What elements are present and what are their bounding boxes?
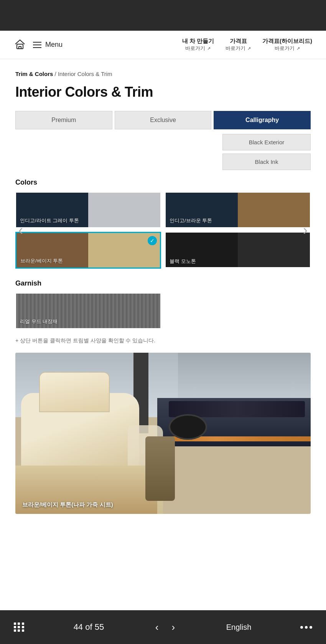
tab-premium[interactable]: Premium (15, 111, 112, 129)
swatch-label-3: 블랙 모노톤 (170, 258, 196, 265)
bottom-nav-arrows: ‹ › (153, 619, 177, 636)
more-options-button[interactable] (300, 626, 312, 629)
page-number: 44 of 55 (74, 622, 104, 632)
garnish-label: Garnish (15, 279, 311, 287)
prev-page-button[interactable]: ‹ (153, 619, 161, 636)
trim-tabs: Premium Exclusive Calligraphy (15, 111, 311, 129)
breadcrumb-part2: Interior Colors & Trim (58, 71, 112, 77)
nav-price-hybrid[interactable]: 가격표(하이브리드) 바로가기 ↗ (262, 38, 312, 52)
tab-calligraphy[interactable]: Calligraphy (214, 111, 311, 129)
nav-my-car-sub: 바로가기 ↗ (185, 45, 211, 52)
breadcrumb-part1: Trim & Colors (15, 71, 53, 77)
color-swatch-3[interactable]: 블랙 모노톤 (165, 232, 311, 269)
header-right: 내 차 만들기 바로가기 ↗ 가격표 바로가기 ↗ 가격표(하이브리드) 바로가… (182, 38, 312, 52)
color-swatch-1[interactable]: 인디고/브라운 투톤 (165, 192, 311, 228)
page-title: Interior Colors & Trim (15, 84, 311, 100)
colors-label: Colors (15, 178, 311, 187)
interior-scene: 브라운/베이지 투톤(나파 가죽 시트) (15, 353, 311, 514)
bottom-bar: 44 of 55 ‹ › English (0, 610, 326, 644)
note-text: + 상단 버튼을 클릭하면 트림별 사양을 확인할 수 있습니다. (15, 337, 311, 344)
nav-my-car[interactable]: 내 차 만들기 바로가기 ↗ (182, 38, 214, 52)
header: Menu 내 차 만들기 바로가기 ↗ 가격표 바로가기 ↗ 가격표(하이브리드… (0, 31, 326, 59)
hamburger-icon (33, 42, 41, 48)
interior-image: 브라운/베이지 투톤(나파 가죽 시트) (15, 353, 311, 514)
main-content: Trim & Colors / Interior Colors & Trim I… (0, 59, 326, 556)
nav-price[interactable]: 가격표 바로가기 ↗ (226, 38, 251, 52)
swatch-label-1: 인디고/브라운 투톤 (170, 217, 212, 224)
sub-trim-black-exterior[interactable]: Black Exterior (222, 134, 311, 150)
breadcrumb: Trim & Colors / Interior Colors & Trim (15, 71, 311, 77)
garnish-label-0: 리얼 우드 내장재 (20, 318, 58, 325)
nav-my-car-title: 내 차 만들기 (182, 38, 214, 45)
breadcrumb-separator: / (55, 71, 58, 77)
sub-trim-section: Black Exterior Black Ink (15, 134, 311, 170)
header-left: Menu (14, 38, 63, 52)
next-arrow-button[interactable]: › (303, 222, 308, 238)
next-page-button[interactable]: › (169, 619, 177, 636)
nav-price-hybrid-sub: 바로가기 ↗ (275, 45, 300, 52)
swatch-label-2: 브라운/베이지 투톤 (20, 258, 63, 264)
nav-price-title: 가격표 (230, 38, 247, 45)
menu-button[interactable]: Menu (33, 41, 63, 49)
color-grid: 인디고/라이트 그레이 투톤 인디고/브라운 투톤 브라운/베이지 투톤 ✓ (15, 192, 311, 269)
garnish-swatch-0[interactable]: 리얼 우드 내장재 (15, 293, 161, 329)
tab-exclusive[interactable]: Exclusive (115, 111, 212, 129)
svg-rect-1 (19, 46, 21, 49)
menu-label: Menu (45, 41, 63, 49)
prev-arrow-button[interactable]: ‹ (18, 222, 23, 238)
home-icon[interactable] (14, 38, 26, 52)
nav-price-hybrid-title: 가격표(하이브리드) (262, 38, 312, 45)
sub-trim-black-ink[interactable]: Black Ink (222, 154, 311, 170)
swatch-label-0: 인디고/라이트 그레이 투톤 (20, 217, 79, 224)
garnish-grid: 리얼 우드 내장재 (15, 293, 311, 329)
color-swatch-0[interactable]: 인디고/라이트 그레이 투톤 (15, 192, 161, 228)
top-bar (0, 0, 326, 31)
grid-icon[interactable] (14, 623, 25, 632)
swatch-check: ✓ (148, 236, 157, 245)
interior-caption: 브라운/베이지 투톤(나파 가죽 시트) (22, 501, 113, 508)
color-swatch-2[interactable]: 브라운/베이지 투톤 ✓ (15, 232, 161, 269)
color-area-wrapper: ‹ › 인디고/라이트 그레이 투톤 인디고/브라운 투톤 (15, 192, 311, 269)
language-selector[interactable]: English (226, 623, 252, 632)
nav-price-sub: 바로가기 ↗ (226, 45, 251, 52)
